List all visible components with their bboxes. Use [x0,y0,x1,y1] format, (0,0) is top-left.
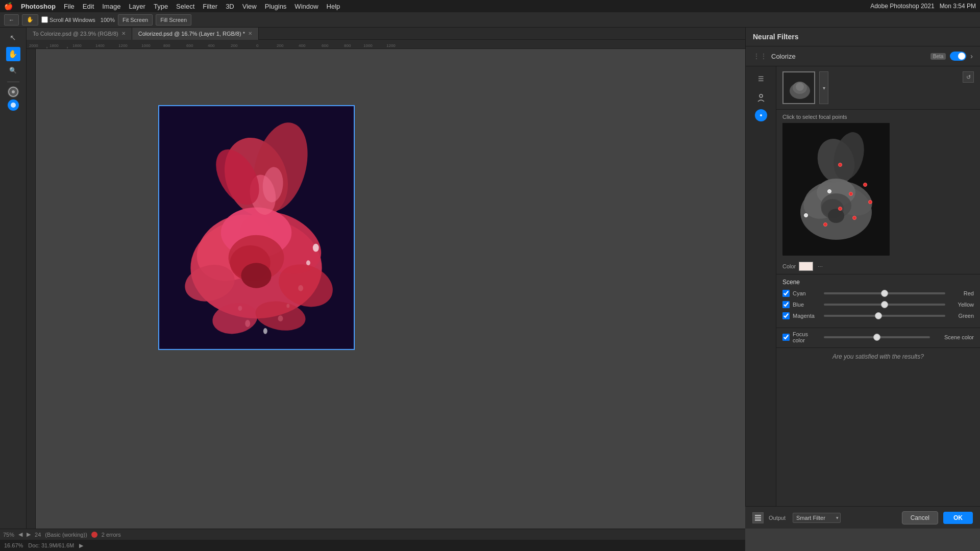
fill-screen-button[interactable]: Fill Screen [156,14,191,26]
menu-select[interactable]: Select [176,3,194,10]
svg-text:800: 800 [163,43,170,48]
zoom-tool[interactable]: 🔍 [6,63,20,78]
ps-toolbar: ← ✋ Scroll All Windows 100% Fit Screen F… [0,12,980,28]
output-select-wrapper: Smart Filter New Layer Current Layer ▾ [793,513,841,523]
tab-close-colorized[interactable]: ✕ [248,31,252,36]
output-label: Output [769,515,786,521]
beta-badge: Beta [930,53,946,60]
cyan-checkbox[interactable] [782,290,790,297]
svg-point-22 [12,90,15,93]
neural-content-area: ☰ [746,66,980,529]
menu-edit[interactable]: Edit [83,3,94,10]
rose-svg [159,106,354,349]
move-tool[interactable]: ↖ [6,31,20,45]
error-indicator [91,532,97,538]
focal-points-label: Click to select focal points [782,114,974,120]
ok-button[interactable]: OK [943,512,973,524]
hand-tool[interactable]: ✋ [6,47,20,61]
focal-dot-2[interactable] [863,183,867,187]
scroll-all-windows-checkbox[interactable] [41,16,48,23]
menu-type[interactable]: Type [154,3,168,10]
focal-dot-6[interactable] [852,216,856,220]
ruler-horizontal: 2000 1800 1600 1400 1200 1000 800 600 40… [27,40,822,49]
focus-color-slider[interactable] [824,336,930,338]
tab-label-source: To Colorize.psd @ 23.9% (RGB/8) [33,31,118,37]
reset-icon[interactable]: ↺ [963,71,974,83]
svg-point-37 [263,328,267,334]
zoom-stepper-back[interactable]: ◀ [18,531,22,538]
focal-image-container[interactable] [782,123,890,256]
neural-tool-person[interactable] [753,90,769,106]
menu-help[interactable]: Help [327,3,340,10]
color-section-label: Color [782,263,796,269]
yellow-label: Yellow [948,302,974,308]
focal-dot-5[interactable] [838,207,842,211]
svg-rect-66 [755,515,761,516]
menu-layer[interactable]: Layer [129,3,145,10]
cancel-button[interactable]: Cancel [902,511,938,524]
output-select[interactable]: Smart Filter New Layer Current Layer [793,513,841,523]
magenta-green-slider[interactable] [824,315,945,317]
apple-menu[interactable]: 🍎 [4,2,13,10]
zoom-stepper-fwd[interactable]: ▶ [27,531,31,538]
satisfied-question: Are you satisfied with the results? [832,353,924,360]
blue-label: Blue [793,302,821,308]
svg-text:400: 400 [208,43,215,48]
spot-color-tool[interactable] [8,99,19,111]
hand-tool-button[interactable]: ✋ [22,14,38,26]
zoom-status: 16.67% [4,542,23,548]
app-name[interactable]: Photoshop [21,3,56,10]
focal-rose-svg [782,123,890,256]
menu-plugins[interactable]: Plugins [265,3,287,10]
focal-section: Click to select focal points [776,110,980,259]
cyan-red-thumb[interactable] [881,290,888,297]
forward-arrow[interactable]: ▶ [79,542,83,549]
focus-section: Focus color Scene color [776,328,980,348]
menu-window[interactable]: Window [295,3,318,10]
layers-icon[interactable] [752,512,764,523]
menu-3d[interactable]: 3D [226,3,234,10]
neural-tool-active[interactable] [755,109,767,121]
blue-yellow-slider[interactable] [824,304,945,306]
color-options-icon[interactable]: ⋯ [816,262,824,270]
clock: Mon 3:54 PM [940,3,976,10]
preview-thumbnail[interactable] [782,71,815,104]
blue-checkbox[interactable] [782,301,790,308]
ruler-vertical [27,49,36,540]
focus-color-thumb[interactable] [873,334,880,341]
back-button[interactable]: ← [4,14,19,26]
neural-filter-icon[interactable] [8,86,19,97]
rose-image-container [158,105,355,350]
tab-colorize-source[interactable]: To Colorize.psd @ 23.9% (RGB/8) ✕ [27,28,132,40]
focal-dot-white-2[interactable] [804,213,808,217]
magenta-green-row: Magenta Green [782,312,974,319]
focal-dot-4[interactable] [868,200,872,204]
svg-text:600: 600 [322,43,329,48]
menu-filter[interactable]: Filter [203,3,217,10]
focus-color-checkbox[interactable] [782,334,790,341]
red-label: Red [948,290,974,296]
svg-text:200: 200 [277,43,284,48]
preview-dropdown-arrow[interactable]: ▾ [819,71,828,104]
cyan-red-slider[interactable] [824,292,945,294]
svg-text:400: 400 [299,43,306,48]
colorize-toggle[interactable] [950,52,966,61]
menu-file[interactable]: File [64,3,75,10]
color-swatch[interactable] [799,262,813,271]
blue-yellow-thumb[interactable] [881,301,888,308]
tab-close-source[interactable]: ✕ [121,31,126,36]
magenta-label: Magenta [793,313,821,319]
magenta-green-thumb[interactable] [875,312,882,319]
tab-colorized[interactable]: Colorized.psd @ 16.7% (Layer 1, RGB/8) *… [132,28,259,40]
fit-screen-button[interactable]: Fit Screen [118,14,153,26]
expand-chevron[interactable]: › [970,52,973,60]
focal-dot-7[interactable] [823,222,827,227]
menu-view[interactable]: View [242,3,257,10]
magenta-checkbox[interactable] [782,312,790,319]
tab-label-colorized: Colorized.psd @ 16.7% (Layer 1, RGB/8) * [138,31,245,37]
neural-tool-list[interactable]: ☰ [753,70,769,87]
svg-point-23 [11,103,16,108]
focus-color-label: Focus color [793,331,821,343]
menu-image[interactable]: Image [102,3,120,10]
satisfied-section: Are you satisfied with the results? [776,348,980,365]
